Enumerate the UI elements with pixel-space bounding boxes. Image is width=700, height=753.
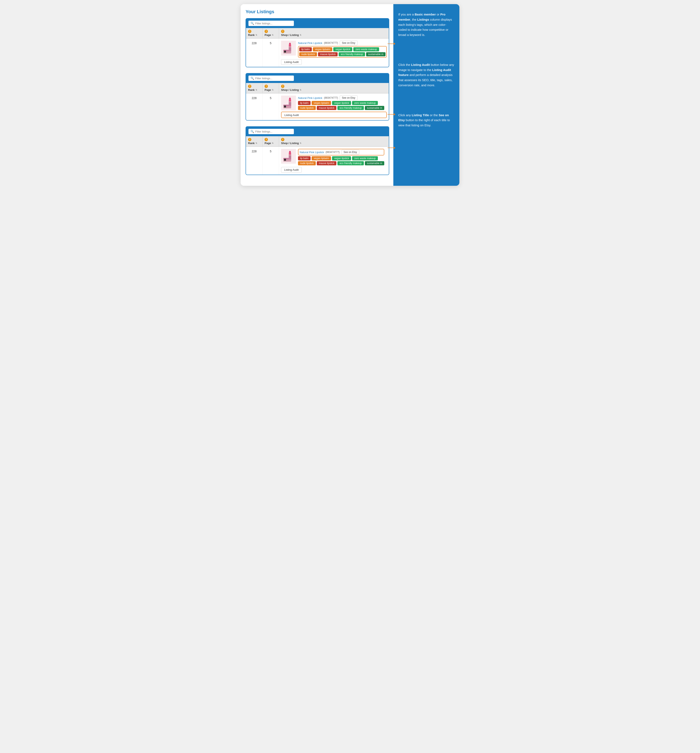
- tag-sustainable-3: sustainable m: [365, 161, 384, 166]
- search-box-3: 🔍: [248, 129, 294, 134]
- rank-label-3: Rank ⇅: [248, 142, 257, 145]
- svg-marker-17: [289, 98, 291, 99]
- listing-audit-btn-3[interactable]: Listing Audit: [281, 167, 302, 173]
- cell-shop-2: Natural Pink Lipstick (883474777) See on…: [279, 94, 389, 120]
- arrow-3: [388, 147, 395, 149]
- shop-help-icon[interactable]: ?: [281, 30, 284, 33]
- col-rank-header-2: ? Rank ⇅: [246, 83, 262, 93]
- svg-marker-26: [289, 151, 291, 152]
- listings-table-1: 🔍 ? Rank ⇅: [245, 18, 389, 67]
- tags-row-3a: lip balm vegan lipbalm vegan lipstick ze…: [298, 156, 384, 160]
- svg-marker-8: [289, 43, 291, 44]
- page-sort-icon-3[interactable]: ⇅: [272, 142, 273, 144]
- tag-lip-balm: lip balm: [299, 47, 312, 52]
- cell-shop-3: Natural Pink Lipstick (883474777) See on…: [279, 147, 389, 175]
- shop-help-icon-3[interactable]: ?: [281, 138, 284, 141]
- table-cols-header-1: ? Rank ⇅ ? Page ⇅: [246, 28, 389, 38]
- listing-id-1: (883474777): [324, 42, 338, 44]
- shop-help-icon-2[interactable]: ?: [281, 84, 284, 88]
- listing-title-link-3[interactable]: Natural Pink Lipstick: [300, 151, 324, 154]
- tag-mauve-lipstick-3: mauve lipstick: [317, 161, 336, 166]
- table-cols-header-3: ? Rank ⇅ ? Page ⇅: [246, 136, 389, 147]
- shop-label-3: Shop / Listing ⇅: [281, 142, 301, 145]
- see-on-etsy-btn-1[interactable]: See on Etsy: [340, 41, 358, 45]
- listing-title-link-1[interactable]: Natural Pink Lipstick: [298, 42, 322, 45]
- listing-audit-btn-1[interactable]: Listing Audit: [281, 59, 302, 65]
- tag-vegan-lipbalm-3: vegan lipbalm: [312, 156, 331, 160]
- table-header-bar-3: 🔍: [246, 127, 389, 136]
- listing-img-title-row-2: Natural Pink Lipstick (883474777) See on…: [281, 95, 387, 111]
- col-shop-header-3: ? Shop / Listing ⇅: [279, 136, 389, 146]
- listing-audit-btn-2[interactable]: Listing Audit: [282, 113, 301, 117]
- shop-help: ?: [281, 30, 284, 33]
- listing-image-3: [281, 149, 296, 164]
- shop-help-3: ?: [281, 138, 284, 141]
- tags-row-2a: lip balm vegan lipbalm vegan lipstick ze…: [298, 101, 384, 105]
- search-icon: 🔍: [250, 22, 254, 25]
- search-input-2[interactable]: [255, 77, 292, 80]
- listings-table-2: 🔍 ? Rank ⇅: [245, 73, 389, 120]
- shop-sort-icon[interactable]: ⇅: [300, 34, 301, 36]
- listing-title-link-2[interactable]: Natural Pink Lipstick: [298, 96, 322, 100]
- rank-help-icon-2[interactable]: ?: [248, 84, 252, 88]
- rank-sort-icon-3[interactable]: ⇅: [255, 142, 257, 144]
- listing-img-title-row-1: Natural Pink Lipstick (883474777) See on…: [281, 41, 387, 58]
- tag-mauve-lipstick-2: mauve lipstick: [317, 106, 336, 110]
- shop-sort-icon-2[interactable]: ⇅: [300, 89, 301, 91]
- cell-rank-1: 228: [246, 39, 262, 67]
- cell-page-1: 5: [262, 39, 279, 67]
- table-row-3: 228 5: [246, 147, 389, 175]
- rank-help-3: ?: [248, 138, 252, 141]
- see-on-etsy-btn-2[interactable]: See on Etsy: [340, 95, 358, 100]
- search-input-3[interactable]: [255, 130, 292, 133]
- cell-page-3: 5: [262, 147, 279, 175]
- info-block-1: If you are a Basic member or Pro member,…: [398, 12, 455, 37]
- col-rank-header: ? Rank ⇅: [246, 28, 262, 38]
- left-panel: Your Listings 🔍 ? Rank: [241, 4, 393, 186]
- search-input-1[interactable]: [255, 22, 292, 25]
- page-help-icon-3[interactable]: ?: [264, 138, 268, 141]
- rank-sort-icon[interactable]: ⇅: [255, 34, 257, 36]
- col-shop-header: ? Shop / Listing ⇅: [279, 28, 389, 38]
- tag-vegan-lipbalm: vegan lipbalm: [313, 47, 332, 52]
- search-icon-3: 🔍: [250, 130, 254, 133]
- shop-label: Shop / Listing ⇅: [281, 33, 301, 36]
- tags-row-1a: lip balm vegan lipbalm vegan lipstick ze…: [299, 47, 386, 52]
- tags-row-2b: nude lipstick mauve lipstick eco friendl…: [298, 106, 384, 110]
- listing-title-area-2: Natural Pink Lipstick (883474777) See on…: [298, 95, 384, 110]
- main-container: Your Listings 🔍 ? Rank: [241, 4, 459, 186]
- tag-sustainable: sustainable m: [366, 52, 386, 56]
- listing-title-row-2: Natural Pink Lipstick (883474777) See on…: [298, 95, 384, 100]
- svg-point-13: [284, 106, 286, 107]
- col-page-header: ? Page ⇅: [262, 28, 279, 38]
- listing-image-1: [281, 41, 296, 56]
- rank-label-2: Rank ⇅: [248, 88, 257, 91]
- listing-title-area-1: Natural Pink Lipstick (883474777) See on…: [298, 41, 387, 58]
- page-title: Your Listings: [245, 9, 389, 14]
- rank-help-2: ?: [248, 84, 252, 88]
- listing-id-2: (883474777): [324, 96, 338, 99]
- page-help-icon-2[interactable]: ?: [264, 84, 268, 88]
- page-sort-icon-2[interactable]: ⇅: [272, 89, 273, 91]
- see-on-etsy-btn-3[interactable]: See on Etsy: [341, 150, 359, 155]
- cell-shop-1: Natural Pink Lipstick (883474777) See on…: [279, 39, 389, 67]
- rank-help-icon[interactable]: ?: [248, 30, 252, 33]
- tag-lip-balm-3: lip balm: [298, 156, 311, 160]
- page-sort-icon[interactable]: ⇅: [272, 34, 273, 36]
- page-help-icon[interactable]: ?: [264, 30, 268, 33]
- shop-sort-icon-3[interactable]: ⇅: [300, 142, 301, 144]
- page-help-3: ?: [264, 138, 268, 141]
- table-row-2: 228 5: [246, 93, 389, 120]
- listing-title-row-1: Natural Pink Lipstick (883474777) See on…: [298, 41, 387, 45]
- tag-vegan-lipstick: vegan lipstick: [333, 47, 352, 52]
- table-header-bar-1: 🔍: [246, 19, 389, 28]
- search-icon-2: 🔍: [250, 77, 254, 80]
- audit-highlight-2: Listing Audit: [281, 112, 387, 118]
- svg-rect-15: [289, 102, 291, 105]
- rank-help-icon-3[interactable]: ?: [248, 138, 252, 141]
- table-section-1: 🔍 ? Rank ⇅: [245, 18, 389, 67]
- rank-sort-icon-2[interactable]: ⇅: [255, 89, 257, 91]
- svg-rect-25: [289, 152, 291, 155]
- svg-rect-16: [289, 99, 291, 102]
- svg-rect-6: [289, 47, 291, 50]
